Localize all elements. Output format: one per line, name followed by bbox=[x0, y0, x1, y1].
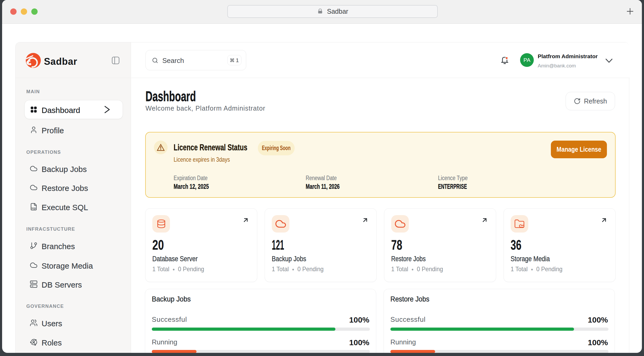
svg-text:SQL: SQL bbox=[31, 207, 37, 210]
